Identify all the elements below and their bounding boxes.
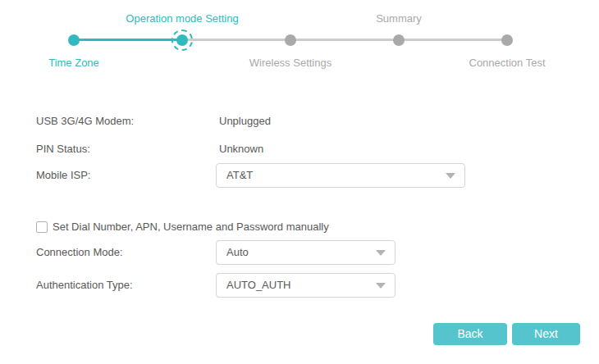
- connection-mode-selected-value: Auto: [226, 246, 249, 258]
- manual-settings-checkbox[interactable]: [36, 221, 48, 233]
- mobile-isp-select[interactable]: AT&T: [216, 163, 465, 188]
- stepper-track-completed: [74, 39, 182, 41]
- back-button[interactable]: Back: [433, 323, 507, 345]
- connection-mode-label: Connection Mode:: [36, 246, 123, 259]
- step-label-operation-mode: Operation mode Setting: [126, 12, 238, 25]
- step-dot-connection-test: [501, 34, 513, 46]
- step-dot-wireless-settings: [285, 34, 296, 46]
- step-dot-time-zone: [68, 34, 80, 46]
- usb-modem-value: Unplugged: [219, 115, 271, 128]
- wizard-stepper: Time Zone Operation mode Setting Wireles…: [0, 0, 599, 82]
- step-dot-operation-mode: [176, 34, 188, 46]
- mobile-isp-selected-value: AT&T: [226, 169, 253, 181]
- connection-mode-select[interactable]: Auto: [216, 240, 396, 265]
- step-dot-summary: [393, 34, 405, 46]
- usb-modem-label: USB 3G/4G Modem:: [36, 115, 134, 128]
- auth-type-select[interactable]: AUTO_AUTH: [216, 273, 396, 298]
- stepper-track-remaining: [182, 39, 507, 41]
- chevron-down-icon: [376, 283, 386, 289]
- auth-type-selected-value: AUTO_AUTH: [226, 279, 291, 291]
- chevron-down-icon: [446, 173, 455, 179]
- pin-status-value: Unknown: [219, 143, 263, 156]
- next-button[interactable]: Next: [512, 323, 580, 345]
- mobile-isp-label: Mobile ISP:: [36, 169, 90, 182]
- auth-type-label: Authentication Type:: [36, 279, 133, 292]
- pin-status-label: PIN Status:: [36, 143, 90, 156]
- quick-setup-wizard-page: Time Zone Operation mode Setting Wireles…: [0, 0, 599, 364]
- step-label-summary: Summary: [376, 12, 422, 25]
- step-label-wireless-settings: Wireless Settings: [249, 57, 332, 69]
- step-label-time-zone: Time Zone: [48, 57, 99, 69]
- manual-settings-checkbox-label[interactable]: Set Dial Number, APN, Username and Passw…: [53, 221, 329, 233]
- chevron-down-icon: [376, 250, 386, 256]
- step-label-connection-test: Connection Test: [469, 57, 546, 69]
